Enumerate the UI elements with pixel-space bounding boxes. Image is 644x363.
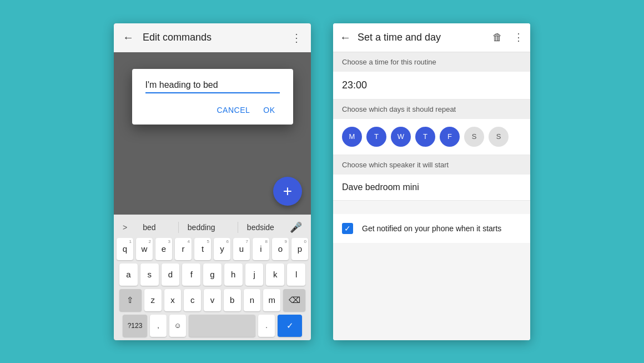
key-c[interactable]: c <box>184 289 201 311</box>
right-more-icon[interactable]: ⋮ <box>514 31 524 43</box>
right-header: ← Set a time and day 🗑 ⋮ <box>333 23 530 52</box>
key-v[interactable]: v <box>204 289 221 311</box>
space-key[interactable] <box>189 315 255 337</box>
backspace-key[interactable]: ⌫ <box>283 289 305 311</box>
notify-label: Get notified on your phone when it start… <box>362 224 501 233</box>
command-input[interactable] <box>145 80 280 90</box>
left-back-icon[interactable]: ← <box>123 31 134 44</box>
key-row-3: ⇧ z x c v b n m ⌫ <box>119 289 305 311</box>
key-row-2: a s d f g h j k l <box>119 263 305 286</box>
notify-checkbox[interactable]: ✓ <box>342 223 353 234</box>
fab-button[interactable]: + <box>273 177 302 206</box>
key-o[interactable]: o9 <box>272 238 289 260</box>
key-f[interactable]: f <box>182 263 200 286</box>
speaker-value[interactable]: Dave bedroom mini <box>333 175 530 201</box>
mic-icon[interactable]: 🎤 <box>290 221 302 233</box>
shift-key[interactable]: ⇧ <box>119 289 142 311</box>
key-k[interactable]: k <box>266 263 284 286</box>
emoji-key[interactable]: ☺ <box>169 315 186 337</box>
dialog-input-row <box>145 80 280 93</box>
key-d[interactable]: d <box>162 263 180 286</box>
key-g[interactable]: g <box>203 263 222 286</box>
right-panel: ← Set a time and day 🗑 ⋮ Choose a time f… <box>333 23 530 340</box>
days-section: M T W T F S S <box>333 119 530 155</box>
speaker-section-label: Choose which speaker it will start <box>333 155 530 175</box>
day-friday[interactable]: F <box>440 127 460 147</box>
day-tuesday[interactable]: T <box>366 127 386 147</box>
key-q[interactable]: q1 <box>117 238 133 260</box>
days-section-label: Choose which days it should repeat <box>333 100 530 119</box>
dialog-buttons: CANCEL OK <box>145 102 280 118</box>
ok-button[interactable]: OK <box>259 102 279 118</box>
day-saturday[interactable]: S <box>464 127 484 147</box>
key-b[interactable]: b <box>224 289 241 311</box>
edit-dialog: CANCEL OK <box>132 69 293 125</box>
right-panel-title: Set a time and day <box>358 32 481 43</box>
right-body: Choose a time for this routine 23:00 Cho… <box>333 52 530 340</box>
key-a[interactable]: a <box>119 263 138 286</box>
key-s[interactable]: s <box>140 263 159 286</box>
period-key[interactable]: . <box>258 315 275 337</box>
key-row-bottom: ?123 , ☺ . ✓ <box>119 315 305 337</box>
key-e[interactable]: e3 <box>155 238 172 260</box>
key-u[interactable]: u7 <box>233 238 250 260</box>
day-monday[interactable]: M <box>342 127 362 147</box>
left-content: CANCEL OK + <box>114 52 311 215</box>
left-header: ← Edit commands ⋮ <box>114 23 311 52</box>
autocomplete-row: > bed bedding bedside 🎤 <box>116 219 309 238</box>
right-back-icon[interactable]: ← <box>340 31 351 44</box>
keyboard-rows: q1 w2 e3 r4 t5 y6 u7 i8 o9 p0 a s d f g … <box>116 238 309 337</box>
spacer <box>333 201 530 210</box>
key-n[interactable]: n <box>244 289 261 311</box>
autocomplete-word-1[interactable]: bed <box>134 222 164 233</box>
notify-row: ✓ Get notified on your phone when it sta… <box>333 214 530 243</box>
key-t[interactable]: t5 <box>194 238 211 260</box>
keyboard-area: > bed bedding bedside 🎤 q1 w2 e3 r4 t5 y… <box>114 215 311 340</box>
key-z[interactable]: z <box>144 289 162 311</box>
expand-icon[interactable]: > <box>123 223 127 232</box>
day-wednesday[interactable]: W <box>391 127 411 147</box>
key-y[interactable]: y6 <box>214 238 230 260</box>
key-w[interactable]: w2 <box>136 238 153 260</box>
key-m[interactable]: m <box>263 289 280 311</box>
left-panel-title: Edit commands <box>143 32 282 43</box>
left-more-icon[interactable]: ⋮ <box>291 31 302 44</box>
day-thursday[interactable]: T <box>415 127 435 147</box>
autocomplete-word-3[interactable]: bedside <box>238 222 283 233</box>
trash-icon[interactable]: 🗑 <box>492 32 502 43</box>
key-h[interactable]: h <box>224 263 243 286</box>
cancel-button[interactable]: CANCEL <box>212 102 254 118</box>
time-value[interactable]: 23:00 <box>333 72 530 100</box>
key-r[interactable]: r4 <box>175 238 192 260</box>
left-panel: ← Edit commands ⋮ CANCEL OK + > bed bedd… <box>114 23 311 340</box>
enter-key[interactable]: ✓ <box>278 315 302 337</box>
key-j[interactable]: j <box>245 263 264 286</box>
checkmark-icon: ✓ <box>344 224 351 233</box>
time-section-label: Choose a time for this routine <box>333 52 530 72</box>
autocomplete-words: bed bedding bedside <box>127 222 290 233</box>
key-row-1: q1 w2 e3 r4 t5 y6 u7 i8 o9 p0 <box>119 238 305 260</box>
comma-key[interactable]: , <box>150 315 167 337</box>
num-sym-key[interactable]: ?123 <box>123 315 147 337</box>
day-sunday[interactable]: S <box>489 127 509 147</box>
key-i[interactable]: i8 <box>253 238 269 260</box>
key-x[interactable]: x <box>164 289 182 311</box>
autocomplete-word-2[interactable]: bedding <box>178 222 224 233</box>
key-l[interactable]: l <box>287 263 305 286</box>
key-p[interactable]: p0 <box>291 238 308 260</box>
